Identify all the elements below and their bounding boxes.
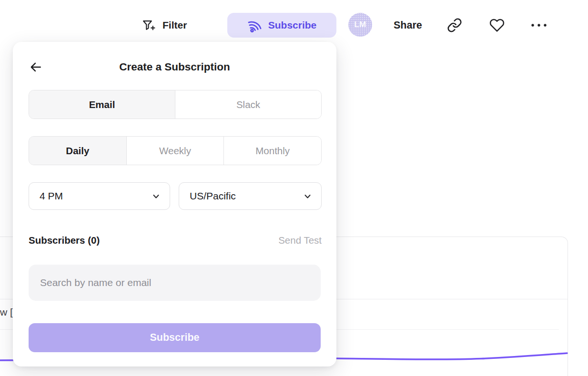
more-options-button[interactable] [530, 21, 548, 29]
tab-daily[interactable]: Daily [29, 137, 126, 165]
subscribe-chip-label: Subscribe [268, 20, 317, 31]
timezone-select-value: US/Pacific [190, 190, 236, 202]
heart-icon [489, 18, 505, 33]
chevron-down-icon [303, 192, 312, 201]
timezone-select[interactable]: US/Pacific [179, 182, 322, 210]
share-button[interactable]: Share [394, 18, 422, 33]
subscriber-search-input[interactable] [29, 265, 321, 301]
rss-icon [245, 16, 264, 34]
time-select[interactable]: 4 PM [29, 182, 170, 210]
tab-monthly[interactable]: Monthly [223, 137, 321, 165]
filter-label: Filter [162, 20, 187, 31]
background-partial-text: w [ [0, 307, 13, 318]
favorite-button[interactable] [489, 18, 505, 33]
tab-slack[interactable]: Slack [175, 90, 321, 119]
subscribers-row: Subscribers (0) Send Test [29, 235, 322, 246]
filter-button[interactable]: Filter [142, 15, 187, 36]
create-subscription-modal: Create a Subscription Email Slack Daily … [13, 42, 336, 366]
screen: w [ Filter Subscribe LM Share [0, 0, 588, 376]
tab-weekly[interactable]: Weekly [126, 137, 224, 165]
filter-plus-icon [142, 19, 155, 32]
tab-email[interactable]: Email [29, 90, 175, 119]
modal-title: Create a Subscription [13, 61, 336, 73]
avatar-initials: LM [354, 20, 366, 30]
send-test-button[interactable]: Send Test [278, 235, 322, 246]
avatar[interactable]: LM [348, 13, 372, 37]
chevron-down-icon [152, 192, 161, 201]
link-icon [447, 18, 462, 33]
frequency-tabs: Daily Weekly Monthly [29, 136, 322, 165]
ellipsis-icon [530, 21, 548, 29]
subscribers-count-label: Subscribers (0) [29, 235, 100, 246]
subscribe-toolbar-button[interactable]: Subscribe [227, 13, 336, 38]
copy-link-button[interactable] [447, 18, 462, 33]
time-select-value: 4 PM [40, 190, 63, 202]
share-label: Share [394, 20, 422, 31]
subscribe-submit-button[interactable]: Subscribe [29, 323, 321, 352]
channel-tabs: Email Slack [29, 90, 322, 119]
